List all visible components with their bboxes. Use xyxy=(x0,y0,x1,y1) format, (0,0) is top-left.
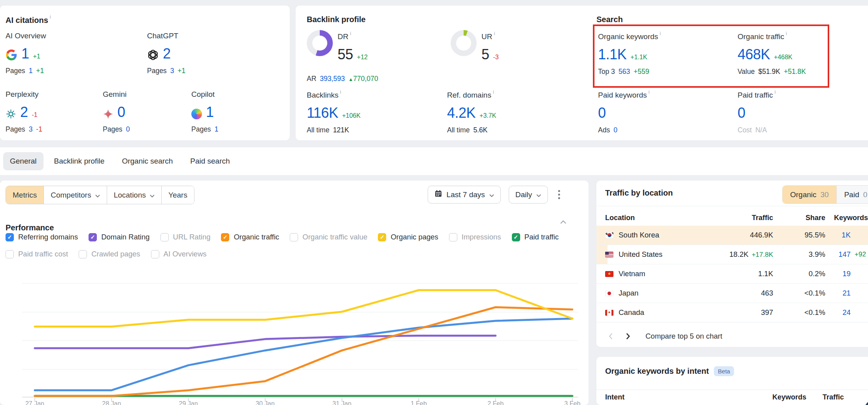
date-range-button[interactable]: Last 7 days xyxy=(428,186,501,203)
location-row-japan[interactable]: Japan463<0.1%21 xyxy=(596,284,868,303)
checkbox-url-rating[interactable]: URL Rating xyxy=(160,233,211,241)
metric-value[interactable]: 1 xyxy=(206,105,214,119)
metric-label: AI Overview xyxy=(6,32,46,40)
location-row-vietnam[interactable]: Vietnam1.1K0.2%19 xyxy=(596,264,868,284)
pages-count[interactable]: 1 xyxy=(29,67,33,75)
pages-row: Pages 3 +1 xyxy=(147,67,185,75)
checked-checkbox-icon[interactable]: ✓ xyxy=(89,233,97,241)
next-page-icon[interactable] xyxy=(619,328,637,345)
ar-rank[interactable]: 393,593 xyxy=(320,75,345,83)
tab-backlink-profile[interactable]: Backlink profile xyxy=(47,152,111,170)
checkbox-ai-overviews[interactable]: AI Overviews xyxy=(151,250,207,258)
keywords-link[interactable]: 21 xyxy=(825,289,851,298)
top3-count[interactable]: 563 xyxy=(619,68,630,76)
checked-checkbox-icon[interactable]: ✓ xyxy=(221,233,229,241)
location-row-canada[interactable]: Canada397<0.1%24 xyxy=(596,303,868,322)
metric-value[interactable]: 0 xyxy=(117,105,125,119)
metrics-button[interactable]: Metrics xyxy=(6,186,43,204)
collapse-chevron-icon[interactable] xyxy=(560,219,566,226)
up-triangle-icon: ▲ xyxy=(349,77,353,82)
checkbox-label: URL Rating xyxy=(173,233,211,241)
info-icon: i xyxy=(350,30,351,36)
keywords-link[interactable]: 1K xyxy=(825,231,851,239)
performance-chart[interactable] xyxy=(0,264,589,403)
metric-value[interactable]: 2 xyxy=(20,105,28,119)
metric-value[interactable]: 468K xyxy=(738,47,770,62)
competitors-button[interactable]: Competitors xyxy=(43,186,106,204)
checkbox-domain-rating[interactable]: ✓Domain Rating xyxy=(89,233,149,241)
x-tick-label: 31 Jan xyxy=(326,400,358,405)
more-options-button[interactable] xyxy=(556,188,562,202)
unchecked-checkbox-icon[interactable] xyxy=(6,250,14,258)
checkbox-label: Impressions xyxy=(462,233,501,241)
chevron-down-icon xyxy=(150,191,155,200)
metric-ur: URi 5 -3 xyxy=(481,32,499,62)
unchecked-checkbox-icon[interactable] xyxy=(151,250,159,258)
backlink-search-card: Backlink profile DRi 55 +12 AR 393,593 ▲… xyxy=(296,6,868,140)
location-row-south-korea[interactable]: South Korea446.9K95.5%1K xyxy=(596,226,868,245)
metric-value[interactable]: 4.2K xyxy=(447,105,476,120)
tab-paid-search[interactable]: Paid search xyxy=(183,152,236,170)
checked-checkbox-icon[interactable]: ✓ xyxy=(378,233,386,241)
location-name: United States xyxy=(605,250,710,259)
tab-general[interactable]: General xyxy=(3,152,43,170)
checkbox-organic-pages[interactable]: ✓Organic pages xyxy=(378,233,438,241)
unchecked-checkbox-icon[interactable] xyxy=(160,233,169,241)
pages-count[interactable]: 0 xyxy=(126,125,130,134)
metric-label: Perplexity xyxy=(6,90,42,99)
checkbox-paid-traffic[interactable]: ✓Paid traffic xyxy=(512,233,559,241)
keywords-link[interactable]: 19 xyxy=(825,269,851,278)
prev-page-icon[interactable] xyxy=(602,328,619,345)
granularity-button[interactable]: Daily xyxy=(509,186,548,203)
unchecked-checkbox-icon[interactable] xyxy=(449,233,457,241)
metric-value[interactable]: 1.1K xyxy=(598,47,626,62)
checkbox-organic-traffic[interactable]: ✓Organic traffic xyxy=(221,233,279,241)
flag-icon-ca xyxy=(605,310,613,316)
share-cell: <0.1% xyxy=(773,289,825,298)
compare-top5-link[interactable]: Compare top 5 on chart xyxy=(645,332,722,341)
checkbox-label: Paid traffic cost xyxy=(18,250,68,258)
metric-chatgpt: ChatGPT 2 Pages 3 +1 xyxy=(147,32,185,75)
traffic-delta: +17.8K xyxy=(752,251,773,259)
checkbox-referring-domains[interactable]: ✓Referring domains xyxy=(6,233,78,241)
metric-value[interactable]: 0 xyxy=(598,105,606,120)
keywords-link[interactable]: 24 xyxy=(825,308,851,317)
checked-checkbox-icon[interactable]: ✓ xyxy=(512,233,520,241)
checkbox-impressions[interactable]: Impressions xyxy=(449,233,501,241)
pages-count[interactable]: 3 xyxy=(170,67,174,75)
organic-tab[interactable]: Organic 30 xyxy=(783,186,836,203)
checked-checkbox-icon[interactable]: ✓ xyxy=(6,233,14,241)
performance-card: Metrics Competitors Locations Years Last… xyxy=(0,181,589,405)
metric-delta: +1.1K xyxy=(630,54,647,60)
tab-organic-search[interactable]: Organic search xyxy=(115,152,179,170)
traffic-cell: 1.1K xyxy=(710,269,773,278)
dr-donut xyxy=(307,30,333,56)
metric-value: 55 xyxy=(338,47,353,62)
beta-badge: Beta xyxy=(714,366,734,376)
backlink-profile-title: Backlink profile xyxy=(307,15,366,24)
metric-value[interactable]: 116K xyxy=(307,105,338,120)
x-tick-label: 1 Feb xyxy=(403,400,434,405)
search-title: Search xyxy=(596,15,623,24)
metric-value[interactable]: 0 xyxy=(738,105,745,120)
checkbox-crawled-pages[interactable]: Crawled pages xyxy=(79,250,140,258)
checkbox-organic-traffic-value[interactable]: Organic traffic value xyxy=(290,233,367,241)
paid-tab[interactable]: Paid 0 xyxy=(836,186,868,203)
flag-icon-kr xyxy=(605,232,613,238)
checkbox-label: Organic traffic value xyxy=(302,233,367,241)
keywords-link[interactable]: 147 xyxy=(825,250,851,259)
x-tick-label: 28 Jan xyxy=(96,400,127,405)
location-row-united-states[interactable]: United States18.2K+17.8K3.9%147+92 xyxy=(596,245,868,264)
checkbox-label: Organic pages xyxy=(391,233,438,241)
metric-value[interactable]: 2 xyxy=(163,46,171,61)
years-button[interactable]: Years xyxy=(161,186,194,204)
alltime-row: All time 121K xyxy=(307,126,360,134)
top3-row: Top 3 563 +559 xyxy=(598,68,661,76)
unchecked-checkbox-icon[interactable] xyxy=(290,233,298,241)
pages-count[interactable]: 3 xyxy=(29,125,33,134)
pages-count[interactable]: 1 xyxy=(215,125,219,134)
locations-button[interactable]: Locations xyxy=(107,186,161,204)
metric-value[interactable]: 1 xyxy=(21,46,29,61)
checkbox-paid-traffic-cost[interactable]: Paid traffic cost xyxy=(6,250,68,258)
unchecked-checkbox-icon[interactable] xyxy=(79,250,87,258)
